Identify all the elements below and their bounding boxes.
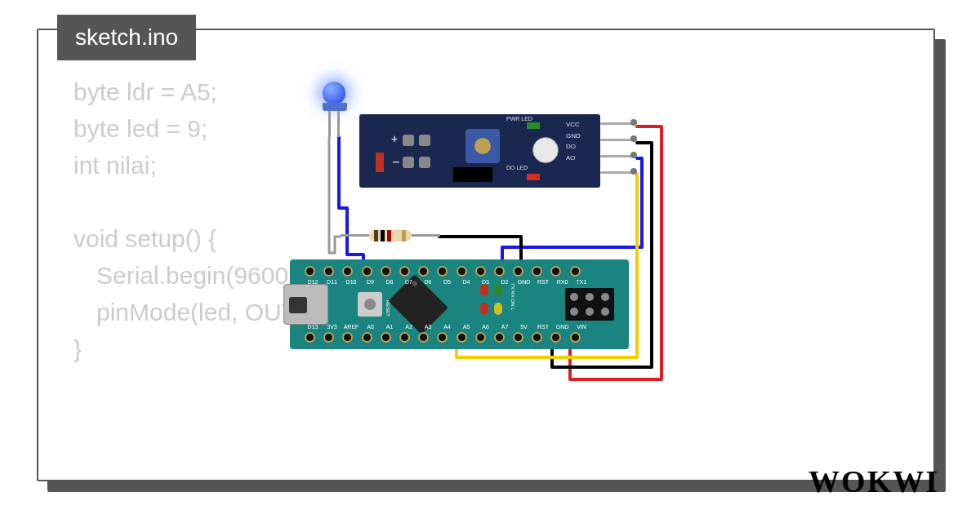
resistor-lead-right xyxy=(412,234,440,237)
resistor-lead-left xyxy=(341,234,369,237)
nano-bottom-pin-labels: D133V3AREF A0A1A2 A3A4A5 A6A75V RSTGNDVI… xyxy=(305,324,590,330)
ldr-comparator-chip xyxy=(453,167,492,182)
ldr-do-led-label: DO LED xyxy=(506,165,528,171)
ldr-pad xyxy=(403,135,414,146)
ldr-module[interactable]: + − PWR LED DO LED VCC GND DO AO xyxy=(359,114,600,188)
nano-top-pin-labels: D12D11D10 D9D8D7 D6D5D4 D3D2GND RSTRX0TX… xyxy=(305,279,590,285)
ldr-plus-label: + xyxy=(391,132,398,145)
led-component[interactable] xyxy=(323,82,349,114)
ldr-minus-label: − xyxy=(392,155,399,170)
wokwi-logo: WOKWI xyxy=(808,463,939,499)
ldr-pad xyxy=(419,135,430,146)
simulator-canvas[interactable]: + − PWR LED DO LED VCC GND DO AO xyxy=(278,82,719,383)
arduino-nano[interactable]: RESET TX RX ON L D12D11D10 D9D8D7 D6D5D4 xyxy=(290,259,629,349)
nano-usb-port xyxy=(283,284,328,325)
ldr-header-pins xyxy=(600,122,633,188)
resistor-band-3 xyxy=(387,230,391,241)
resistor-band-4 xyxy=(402,230,406,241)
ldr-pin-tips xyxy=(630,119,637,184)
nano-icsp-header xyxy=(565,288,614,321)
ldr-pwr-led-label: PWR LED xyxy=(506,116,532,122)
led-anode xyxy=(337,111,340,137)
resistor-band-2 xyxy=(381,230,385,241)
ldr-photoresistor[interactable] xyxy=(532,137,559,163)
led-bulb xyxy=(323,82,345,104)
ldr-pin-labels: VCC GND DO AO xyxy=(566,119,581,163)
nano-bottom-pin-row xyxy=(305,332,581,343)
ldr-pad xyxy=(419,157,430,168)
led-cathode xyxy=(328,111,331,137)
ldr-trimmer-pot[interactable] xyxy=(466,129,500,163)
ldr-do-led xyxy=(527,174,540,180)
nano-status-leds xyxy=(480,284,505,321)
nano-reset-button[interactable] xyxy=(358,292,382,317)
ldr-capacitor xyxy=(376,153,384,172)
nano-led-labels: TX RX ON L xyxy=(509,283,515,310)
ldr-power-led xyxy=(527,122,540,129)
resistor-component[interactable] xyxy=(361,230,420,241)
ldr-pad xyxy=(403,157,414,168)
led-base xyxy=(323,103,347,111)
nano-top-pin-row xyxy=(305,266,581,277)
resistor-band-1 xyxy=(374,230,378,241)
filename-tab[interactable]: sketch.ino xyxy=(57,15,196,60)
